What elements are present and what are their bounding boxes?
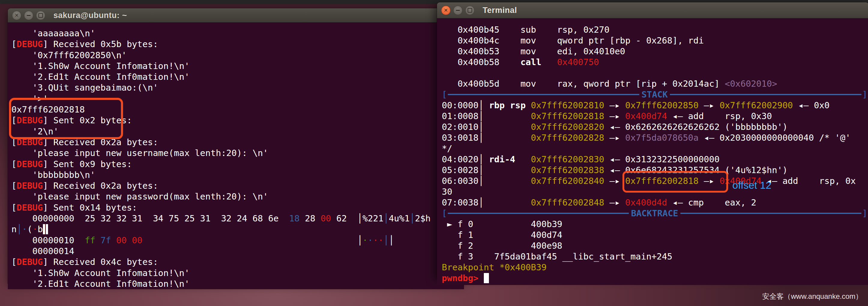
terminal-line: 0x400b58 call 0x400750 (442, 57, 867, 68)
close-button[interactable]: ✕ (441, 6, 451, 15)
terminal-line: 0x400b45 sub rsp, 0x270 (442, 24, 867, 35)
terminal-line: 01:0008│ 0x7fff62002818 —▸ 0x400d74 ◂— a… (442, 111, 867, 122)
left-terminal-window: ✕ sakura@ubuntu: ~ 'aaaaaaaa\n'[DEBUG] R… (8, 8, 464, 283)
terminal-output[interactable]: 'aaaaaaaa\n'[DEBUG] Received 0x5b bytes:… (8, 23, 464, 289)
maximize-button[interactable] (36, 11, 45, 20)
terminal-line: 00000014 (11, 246, 464, 257)
terminal-line: 02:0010│ 0x7fff62002820 ◂— 0x62626262626… (442, 122, 867, 132)
terminal-line: 0x400b5d mov rax, qword ptr [rip + 0x201… (442, 78, 867, 89)
window-title: sakura@ubuntu: ~ (54, 11, 127, 20)
terminal-line: '2.Ed1t Account Inf0mation!\n' (11, 278, 464, 289)
terminal-line (442, 68, 867, 78)
terminal-line: [DEBUG] Received 0x2a bytes: (11, 137, 464, 147)
terminal-line: f 1 400d74 (442, 230, 867, 240)
terminal-line: '2\n' (11, 126, 464, 137)
terminal-line: [DEBUG] Sent 0x9 bytes: (11, 159, 464, 170)
maximize-icon (468, 8, 472, 12)
watermark: 安全客（www.anquanke.com） (762, 292, 863, 301)
right-terminal-window: ✕ Terminal 0x400b45 sub rsp, 0x270 0x400… (437, 2, 868, 279)
terminal-line: [DEBUG] Received 0x5b bytes: (11, 39, 464, 49)
terminal-line: f 3 7f5da01baf45 __libc_start_main+245 (442, 251, 867, 262)
close-button[interactable]: ✕ (12, 11, 21, 20)
maximize-icon (38, 13, 43, 18)
terminal-line: 'please input new username(max lenth:20)… (11, 147, 464, 159)
terminal-line: 00000000 25 32 32 31 34 75 25 31 32 24 6… (11, 213, 464, 224)
terminal-line: 'bbbbbbbb\n' (11, 170, 464, 180)
terminal-output[interactable]: 0x400b45 sub rsp, 0x270 0x400b4c mov qwo… (437, 18, 868, 285)
terminal-line: 00000010 ff 7f 00 00 │····││ (11, 235, 464, 246)
minimize-button[interactable] (24, 11, 33, 20)
section-label: STACK (641, 89, 668, 100)
terminal-line: 30 (442, 186, 867, 197)
terminal-line: Breakpoint *0x400B39 (442, 262, 867, 273)
terminal-line: '1.Sh0w Account Infomation!\n' (11, 268, 464, 278)
terminal-line: [STACK] (442, 89, 867, 100)
terminal-line: '3.QUit sangebaimao:(\n' (11, 82, 464, 93)
minimize-icon (27, 15, 31, 16)
right-window-titlebar[interactable]: ✕ Terminal (437, 2, 868, 18)
minimize-icon (456, 10, 460, 11)
terminal-line: [DEBUG] Sent 0x2 bytes: (11, 115, 464, 126)
terminal-line: '0x7fff62002850\n' (11, 50, 464, 61)
terminal-line: 04:0020│ rdi-4 0x7fff62002830 ◂— 0x31323… (442, 154, 867, 165)
offset-annotation: offset 12 (732, 179, 771, 191)
terminal-line: [DEBUG] Sent 0x14 bytes: (11, 202, 464, 213)
terminal-line: [BACKTRACE] (442, 208, 867, 219)
terminal-line: '2.Ed1t Account Inf0mation!\n' (11, 71, 464, 82)
terminal-line: 0x400b53 mov edi, 0x4010e0 (442, 46, 867, 57)
terminal-line: 'aaaaaaaa\n' (11, 28, 464, 39)
close-icon: ✕ (444, 8, 448, 13)
terminal-line: ► f 0 400b39 (442, 219, 867, 230)
terminal-line: pwndbg> (442, 273, 867, 283)
terminal-line: 03:0018│ 0x7fff62002828 —▸ 0x7f5da078650… (442, 132, 867, 143)
terminal-line: n│·(·b│ (11, 224, 464, 235)
window-title: Terminal (483, 6, 517, 15)
terminal-line: [DEBUG] Received 0x4c bytes: (11, 257, 464, 267)
left-window-titlebar[interactable]: ✕ sakura@ubuntu: ~ (8, 8, 464, 23)
minimize-button[interactable] (453, 6, 463, 15)
terminal-line: 0x400b4c mov qword ptr [rbp - 0x268], rd… (442, 35, 867, 46)
terminal-line: */ (442, 143, 867, 154)
desktop: { "desktop": { "watermark": "安全客（www.anq… (0, 0, 868, 306)
terminal-line: 0x7fff62002818 (11, 104, 464, 115)
section-label: BACKTRACE (631, 208, 678, 219)
terminal-line: f 2 400e98 (442, 240, 867, 251)
terminal-line: [DEBUG] Received 0x2a bytes: (11, 180, 464, 191)
maximize-button[interactable] (465, 6, 474, 15)
terminal-line: '>' (11, 93, 464, 104)
terminal-line: 07:0038│ 0x7fff62002848 —▸ 0x400d4d ◂— c… (442, 197, 867, 208)
terminal-line: 06:0030│ 0x7fff62002840 —▸ 0x7fff6200281… (442, 175, 867, 186)
terminal-line: 05:0028│ 0x7fff62002838 ◂— 0x6e682432312… (442, 165, 867, 175)
terminal-line: '1.Sh0w Account Infomation!\n' (11, 61, 464, 71)
terminal-line: 00:0000│ rbp rsp 0x7fff62002810 —▸ 0x7ff… (442, 100, 867, 111)
close-icon: ✕ (14, 13, 19, 18)
terminal-line: 'please input new password(max lenth:20)… (11, 191, 464, 202)
